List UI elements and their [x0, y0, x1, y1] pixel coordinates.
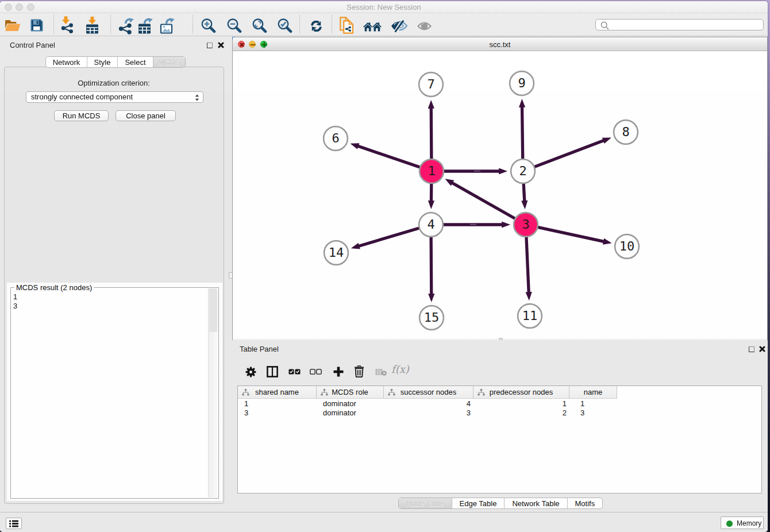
export-table-icon[interactable] — [137, 17, 158, 34]
delete-table-icon[interactable] — [375, 368, 387, 376]
run-mcds-button[interactable]: Run MCDS — [54, 110, 109, 121]
control-panel: Control Panel NetworkStyleSelectMCDS Opt… — [0, 36, 228, 512]
zoom-in-icon[interactable] — [201, 18, 216, 33]
toolbar-separator — [110, 16, 111, 34]
memory-button[interactable]: Memory — [721, 516, 764, 529]
close-table-panel-icon[interactable] — [759, 346, 765, 352]
node-label-4: 4 — [414, 218, 448, 231]
search-input[interactable] — [595, 19, 764, 30]
table-cell: dominator — [317, 399, 384, 408]
node-label-9: 9 — [505, 77, 539, 90]
column-header-successor-nodes[interactable]: successor nodes — [384, 386, 473, 399]
network-frame-titlebar[interactable]: scc.txt — [233, 37, 767, 51]
column-label: successor nodes — [384, 388, 473, 396]
open-session-icon[interactable] — [5, 19, 21, 32]
select-all-rows-icon[interactable] — [288, 369, 301, 375]
home-icon[interactable] — [363, 22, 382, 32]
show-graphics-details-icon[interactable] — [417, 21, 432, 31]
mcds-result-text[interactable]: 1 3 — [11, 289, 207, 498]
column-header-name[interactable]: name — [569, 386, 617, 399]
table-cell: 1 — [569, 399, 617, 408]
tab-style[interactable]: Style — [87, 57, 118, 67]
tab-network-table[interactable]: Network Table — [505, 498, 567, 508]
node-label-1: 1 — [414, 165, 449, 178]
network-graph[interactable] — [233, 51, 767, 338]
tab-mcds[interactable]: MCDS — [153, 57, 185, 67]
combo-value: strongly connected component — [31, 92, 133, 101]
toolbar-separator — [53, 16, 54, 34]
table-panel: Table Panel — [232, 340, 768, 512]
column-label: shared name — [238, 388, 316, 396]
mcds-result-panel: MCDS result (2 nodes) 1 3 — [7, 283, 222, 501]
table-cell: 3 — [384, 408, 473, 418]
toolbar-separator — [192, 16, 193, 34]
clone-network-icon[interactable] — [340, 17, 355, 34]
create-column-icon[interactable] — [333, 366, 344, 377]
column-header-MCDS-role[interactable]: MCDS role — [317, 386, 384, 399]
tab-node-table[interactable]: Node Table — [399, 498, 452, 508]
save-session-icon[interactable] — [30, 18, 44, 32]
hide-graphics-details-icon[interactable] — [391, 20, 409, 33]
control-panel-header: Control Panel — [0, 36, 228, 53]
close-panel-button[interactable]: Close panel — [116, 110, 176, 121]
export-image-icon[interactable] — [159, 17, 180, 34]
control-panel-title: Control Panel — [10, 41, 55, 49]
table-row[interactable]: 1dominator411 — [238, 399, 761, 408]
edge-label-smudge — [474, 171, 480, 172]
deselect-all-rows-icon[interactable] — [310, 369, 322, 375]
result-scrollbar[interactable] — [208, 288, 218, 498]
table-panel-header: Table Panel — [232, 340, 768, 357]
node-label-14: 14 — [319, 246, 353, 259]
import-network-icon[interactable] — [59, 16, 76, 34]
column-label: name — [569, 388, 617, 396]
titlebar: Session: New Session — [0, 1, 768, 13]
toggle-column-view-icon[interactable] — [267, 366, 278, 377]
column-header-predecessor-nodes[interactable]: predecessor nodes — [473, 386, 569, 399]
memory-label: Memory — [737, 519, 761, 527]
network-frame-title: scc.txt — [233, 40, 767, 49]
table-cell: dominator — [317, 408, 384, 418]
float-panel-icon[interactable] — [207, 43, 213, 48]
edge-arrowhead — [526, 292, 532, 300]
optimization-criterion-select[interactable]: strongly connected component — [26, 91, 203, 103]
search-icon — [600, 21, 610, 30]
node-label-2: 2 — [506, 165, 540, 178]
table-settings-icon[interactable] — [245, 367, 256, 377]
edge-arrowhead — [428, 201, 434, 209]
node-label-6: 6 — [318, 132, 353, 145]
import-table-icon[interactable] — [84, 17, 101, 34]
zoom-fit-icon[interactable] — [252, 18, 267, 33]
tab-edge-table[interactable]: Edge Table — [452, 498, 505, 508]
zoom-out-icon[interactable] — [227, 18, 242, 33]
app-window: Session: New Session — [0, 1, 768, 532]
control-panel-tabs: NetworkStyleSelectMCDS — [45, 56, 186, 68]
column-header-shared-name[interactable]: shared name — [238, 386, 317, 399]
table-row[interactable]: 3dominator323 — [238, 408, 761, 418]
column-label: predecessor nodes — [473, 388, 569, 396]
mcds-result-groupbox: MCDS result (2 nodes) 1 3 — [10, 287, 219, 499]
export-network-icon[interactable] — [117, 17, 136, 34]
task-history-button[interactable] — [6, 518, 22, 529]
result-scrollbar-thumb[interactable] — [209, 288, 217, 332]
close-panel-icon[interactable] — [218, 42, 224, 48]
float-table-panel-icon[interactable] — [749, 346, 754, 352]
table-panel-title: Table Panel — [240, 345, 279, 353]
column-label: MCDS role — [317, 388, 383, 396]
edge-arrowhead — [519, 99, 525, 107]
toolbar-separator — [299, 16, 300, 34]
status-bar: Memory — [0, 512, 768, 532]
task-list-icon — [9, 520, 18, 527]
node-label-11: 11 — [513, 310, 547, 322]
node-label-8: 8 — [609, 126, 643, 138]
tab-network[interactable]: Network — [46, 57, 87, 67]
function-builder-icon[interactable]: f(x) — [391, 363, 409, 375]
node-table: shared nameMCDS rolesuccessor nodesprede… — [237, 385, 762, 494]
node-label-7: 7 — [414, 78, 448, 91]
table-cell: 4 — [384, 399, 473, 408]
tab-motifs[interactable]: Motifs — [568, 498, 603, 508]
delete-column-icon[interactable] — [354, 365, 364, 377]
network-canvas[interactable]: 7968124314101511 — [233, 51, 767, 338]
zoom-selected-icon[interactable] — [278, 18, 292, 33]
tab-select[interactable]: Select — [118, 57, 153, 67]
refresh-icon[interactable] — [311, 21, 322, 32]
